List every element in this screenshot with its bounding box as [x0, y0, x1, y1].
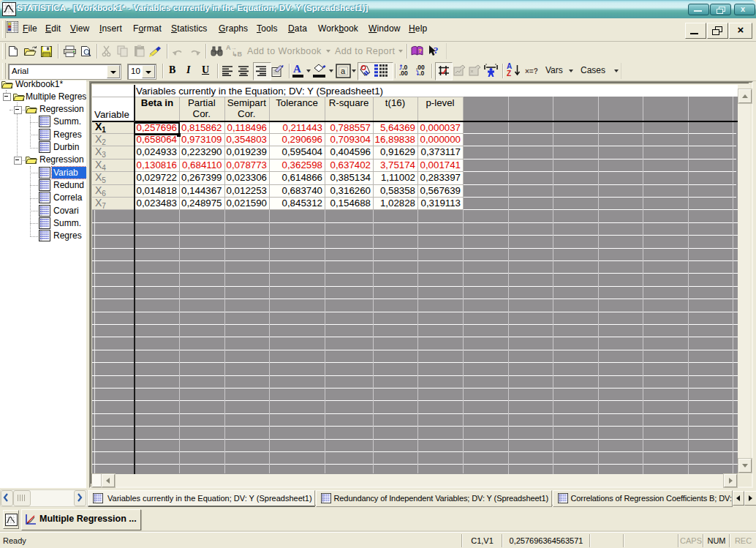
svg-text:?: ? — [434, 45, 439, 56]
svg-text:?: ? — [418, 48, 422, 54]
svg-text:a: a — [341, 67, 346, 75]
